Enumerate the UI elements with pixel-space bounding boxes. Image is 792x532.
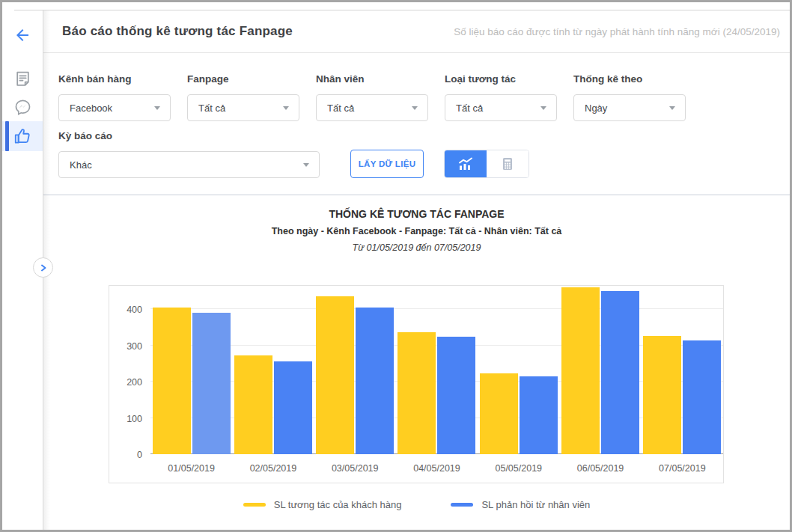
chart-period: Từ 01/05/2019 đến 07/05/2019 [43,242,790,253]
bar-series-0 [480,373,518,454]
y-tick-label: 0 [109,450,142,460]
bar-series-0 [397,332,436,454]
chevron-down-icon [669,106,675,110]
document-icon [13,70,32,88]
bar-group: 01/05/2019 [150,286,232,483]
bar-pair [396,332,478,454]
bar-series-1 [437,337,475,454]
bar-pair [150,308,232,454]
x-tick-label: 04/05/2019 [396,454,478,483]
bar-group: 02/05/2019 [232,286,314,483]
table-icon [499,155,517,173]
filter-label: Nhân viên [316,73,428,85]
chevron-down-icon [154,106,160,110]
table-view-button[interactable] [487,150,528,177]
main-area: Báo cáo thống kê tương tác Fanpage Số li… [43,10,790,530]
chart-section: THỐNG KÊ TƯƠNG TÁC FANPAGE Theo ngày - K… [43,195,790,530]
report-period-select[interactable]: Khác [58,151,320,178]
bar-pair [232,355,314,454]
thumbs-up-icon [13,126,32,146]
filter-row-2: Kỳ báo cáo Khác LẤY DỮ LIỆU [58,130,790,178]
x-tick-label: 06/05/2019 [559,454,641,483]
select-value: Tất cả [327,103,354,114]
select-value: Facebook [70,103,112,114]
filter-interaction-type: Loại tương tác Tất cả [445,73,557,121]
filter-report-period: Kỳ báo cáo Khác [58,130,320,178]
y-tick-label: 200 [109,377,142,388]
bar-pair [642,336,723,454]
chevron-right-icon [39,263,48,272]
bar-group: 06/05/2019 [559,286,641,483]
legend-item-customers: SL tương tác của khách hàng [243,499,402,510]
x-tick-label: 07/05/2019 [642,454,723,483]
bar-series-0 [316,296,354,454]
bar-group: 03/05/2019 [314,286,396,483]
page-header: Báo cáo thống kê tương tác Fanpage Số li… [43,10,790,53]
statistic-by-select[interactable]: Ngày [573,94,686,121]
filter-label: Loại tương tác [445,73,557,85]
legend-label: SL phản hồi từ nhân viên [481,499,590,510]
chevron-down-icon [303,163,309,167]
bar-series-1 [683,340,721,454]
interaction-type-select[interactable]: Tất cả [445,94,557,121]
filters-panel: Kênh bán hàng Facebook Fanpage Tất cả Nh… [43,53,790,195]
select-value: Tất cả [198,103,225,114]
legend-swatch-yellow [243,503,266,507]
bar-group: 05/05/2019 [478,286,559,483]
bar-group: 07/05/2019 [642,286,723,483]
y-tick-label: 100 [109,414,142,424]
y-tick-label: 400 [109,305,142,315]
filter-label: Kỳ báo cáo [58,130,320,141]
select-value: Tất cả [456,103,483,114]
bar-pair [314,296,396,454]
bar-series-1 [601,291,639,454]
get-data-button[interactable]: LẤY DỮ LIỆU [350,150,424,178]
bar-series-1 [192,313,231,454]
chart-legend: SL tương tác của khách hàng SL phản hồi … [43,499,790,510]
filter-sales-channel: Kênh bán hàng Facebook [58,73,171,121]
select-value: Khác [70,159,92,171]
messenger-icon [13,98,32,117]
page-title: Báo cáo thống kê tương tác Fanpage [62,24,293,39]
chart-subtitle: Theo ngày - Kênh Facebook - Fanpage: Tất… [43,226,790,236]
chart-title: THỐNG KÊ TƯƠNG TÁC FANPAGE [43,208,790,220]
x-tick-label: 01/05/2019 [150,454,232,483]
x-tick-label: 02/05/2019 [232,454,314,483]
sidebar-item-messenger[interactable] [2,93,43,121]
chevron-down-icon [412,106,418,110]
sidebar-item-fanpage-interactions[interactable] [2,121,43,151]
bar-chart-icon [457,155,475,173]
chevron-down-icon [540,106,546,110]
bar-series-0 [153,308,191,454]
legend-swatch-blue [451,503,473,507]
legend-label: SL tương tác của khách hàng [274,499,402,510]
bar-series-1 [274,361,312,454]
view-toggle [444,150,529,178]
filter-fanpage: Fanpage Tất cả [187,73,299,121]
filter-staff: Nhân viên Tất cả [316,73,428,121]
bar-series-0 [561,287,600,454]
bar-group: 04/05/2019 [396,286,478,483]
channel-select[interactable]: Facebook [58,94,171,121]
chevron-down-icon [283,106,289,110]
arrow-left-icon [13,26,31,44]
staff-select[interactable]: Tất cả [316,94,428,121]
header-note: Số liệu báo cáo được tính từ ngày phát h… [454,26,780,37]
select-value: Ngày [585,103,607,114]
x-tick-label: 03/05/2019 [314,454,396,483]
back-button[interactable] [2,25,43,45]
bar-pair [559,287,641,454]
bar-series-0 [234,355,272,454]
bar-series-1 [356,308,394,454]
sidebar-expand-button[interactable] [33,257,53,278]
bar-series-1 [520,376,558,454]
chart-view-button[interactable] [445,150,487,177]
y-tick-label: 300 [109,341,142,352]
bar-series-0 [643,336,681,454]
app-window: Báo cáo thống kê tương tác Fanpage Số li… [0,0,792,532]
fanpage-select[interactable]: Tất cả [187,94,299,121]
bar-pair [478,373,559,454]
sidebar-item-report-notes[interactable] [2,64,43,93]
legend-item-staff: SL phản hồi từ nhân viên [451,499,590,510]
plot-area: 01/05/201902/05/201903/05/201904/05/2019… [150,286,723,483]
